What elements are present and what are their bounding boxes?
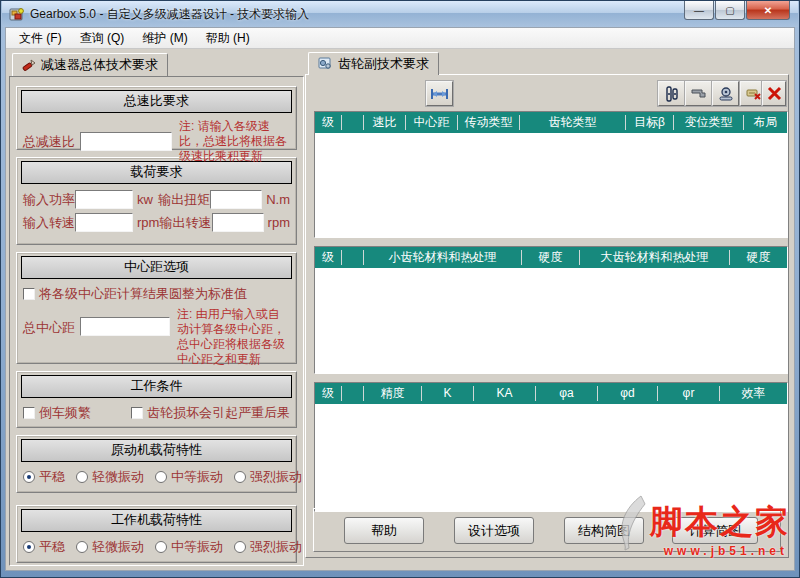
- motor-light-vibration-radio[interactable]: [76, 471, 88, 483]
- col-center-distance: 中心距: [405, 115, 457, 130]
- menu-bar: 文件 (F) 查询 (Q) 维护 (M) 帮助 (H): [6, 28, 794, 49]
- motor-steady-radio[interactable]: [23, 471, 35, 483]
- input-power-input[interactable]: [75, 190, 133, 209]
- col-phi-r: φr: [657, 386, 719, 401]
- machine-strong-vibration-radio[interactable]: [234, 541, 246, 553]
- precision-table-header: 级 精度 K KA φa φd φr 效率: [315, 383, 787, 404]
- output-torque-unit: N.m: [266, 192, 290, 207]
- group-motor-load: 原动机载荷特性 平稳 轻微振动 中等振动 强烈振动: [16, 435, 297, 493]
- tab-gear-pair[interactable]: 齿轮副技术要求: [308, 52, 439, 75]
- output-speed-input[interactable]: [212, 213, 264, 232]
- cylindrical-gear-pair-icon: [664, 86, 680, 102]
- stage-ratio-table[interactable]: 级 速比 中心距 传动类型 齿轮类型 目标β 变位类型 布局: [314, 111, 788, 238]
- total-center-distance-note: 注: 由用户输入或自动计算各级中心距，总中心距将根据各级中心距之和更新: [177, 307, 290, 367]
- app-icon: [9, 6, 25, 22]
- group-total-ratio-title: 总速比要求: [21, 90, 292, 113]
- col-selector: [341, 250, 363, 265]
- group-work-condition: 工作条件 倒车频繁 齿轮损坏会引起严重后果: [16, 371, 297, 428]
- frequent-reverse-label: 倒车频繁: [39, 404, 131, 422]
- group-machine-load: 工作机载荷特性 平稳 轻微振动 中等振动 强烈振动: [16, 505, 297, 563]
- material-table[interactable]: 级 小齿轮材料和热处理 硬度 大齿轮材料和热处理 硬度: [314, 246, 788, 374]
- precision-table-body[interactable]: [315, 404, 787, 511]
- stage-ratio-table-header: 级 速比 中心距 传动类型 齿轮类型 目标β 变位类型 布局: [315, 112, 787, 133]
- group-total-ratio: 总速比要求 总减速比 注: 请输入各级速比，总速比将根据各级速比乘积更新: [16, 86, 297, 150]
- total-center-distance-label: 总中心距: [23, 319, 75, 337]
- total-ratio-input[interactable]: [80, 132, 172, 151]
- motor-light-vibration-label: 轻微振动: [92, 468, 144, 486]
- machine-medium-vibration-radio[interactable]: [155, 541, 167, 553]
- total-center-distance-input[interactable]: [80, 317, 170, 336]
- motor-steady-label: 平稳: [39, 468, 65, 486]
- col-selector: [341, 386, 363, 401]
- help-button[interactable]: 帮助: [344, 517, 424, 544]
- col-wheel-material: 大齿轮材料和热处理: [579, 250, 729, 265]
- material-table-body[interactable]: [315, 268, 787, 373]
- menu-maintain[interactable]: 维护 (M): [133, 28, 196, 49]
- title-bar[interactable]: Gearbox 5.0 - 自定义多级减速器设计 - 技术要求输入 — ▢ ✕: [2, 1, 798, 27]
- machine-light-vibration-label: 轻微振动: [92, 538, 144, 556]
- col-pinion-hardness: 硬度: [521, 250, 579, 265]
- motor-medium-vibration-label: 中等振动: [171, 468, 223, 486]
- motor-medium-vibration-radio[interactable]: [155, 471, 167, 483]
- menu-file[interactable]: 文件 (F): [10, 28, 71, 49]
- tab-reducer-overall-label: 减速器总体技术要求: [41, 56, 158, 74]
- bevel-gear-pair-button[interactable]: [685, 81, 712, 106]
- client-area: 文件 (F) 查询 (Q) 维护 (M) 帮助 (H) 减速器总体技术要求: [5, 27, 795, 571]
- output-speed-label: 输出转速: [160, 214, 212, 232]
- content-area: 减速器总体技术要求 总速比要求 总减速比 注: 请输入各级速比，总速比将根据各级…: [6, 50, 794, 570]
- output-torque-label: 输出扭矩: [158, 191, 210, 209]
- cylindrical-gear-pair-button[interactable]: [658, 81, 685, 106]
- col-gear-type: 齿轮类型: [519, 115, 625, 130]
- motor-strong-vibration-radio[interactable]: [234, 471, 246, 483]
- group-center-distance: 中心距选项 将各级中心距计算结果圆整为标准值 总中心距 注: 由用户输入或自动计…: [16, 252, 297, 364]
- group-work-condition-title: 工作条件: [21, 375, 292, 398]
- app-window: Gearbox 5.0 - 自定义多级减速器设计 - 技术要求输入 — ▢ ✕ …: [0, 0, 800, 578]
- col-shift-type: 变位类型: [673, 115, 743, 130]
- motor-strong-vibration-label: 强烈振动: [250, 468, 302, 486]
- delete-all-icon: [767, 86, 782, 101]
- output-torque-input[interactable]: [210, 190, 262, 209]
- col-drive-type: 传动类型: [457, 115, 519, 130]
- calculation-diagram-button[interactable]: 计算简图: [672, 517, 758, 544]
- round-center-distance-checkbox[interactable]: [23, 288, 35, 300]
- input-speed-input[interactable]: [75, 213, 133, 232]
- gear-pair-panel: 级 速比 中心距 传动类型 齿轮类型 目标β 变位类型 布局: [305, 74, 789, 558]
- total-ratio-label: 总减速比: [23, 133, 75, 151]
- close-button[interactable]: ✕: [746, 1, 790, 20]
- input-speed-label: 输入转速: [23, 214, 75, 232]
- worm-gear-pair-button[interactable]: [712, 81, 739, 106]
- design-options-button[interactable]: 设计选项: [454, 517, 534, 544]
- frequent-reverse-checkbox[interactable]: [23, 407, 35, 419]
- worm-gear-pair-icon: [718, 86, 734, 102]
- precision-table[interactable]: 级 精度 K KA φa φd φr 效率: [314, 382, 788, 512]
- gear-pair-tab-icon: [318, 57, 333, 71]
- machine-steady-radio[interactable]: [23, 541, 35, 553]
- col-phi-a: φa: [535, 386, 597, 401]
- minimize-button[interactable]: —: [684, 1, 714, 20]
- col-precision: 精度: [363, 386, 421, 401]
- input-power-unit: kw: [137, 192, 158, 207]
- center-distance-button[interactable]: [426, 81, 453, 106]
- group-motor-load-title: 原动机载荷特性: [21, 439, 292, 462]
- maximize-button[interactable]: ▢: [715, 1, 745, 20]
- window-title: Gearbox 5.0 - 自定义多级减速器设计 - 技术要求输入: [30, 6, 309, 23]
- menu-query[interactable]: 查询 (Q): [71, 28, 134, 49]
- gear-damage-checkbox[interactable]: [131, 407, 143, 419]
- delete-stage-icon: [746, 87, 762, 101]
- tab-reducer-overall[interactable]: 减速器总体技术要求: [12, 53, 168, 76]
- col-phi-d: φd: [597, 386, 657, 401]
- col-k: K: [421, 386, 473, 401]
- output-speed-unit: rpm: [268, 215, 290, 230]
- col-efficiency: 效率: [719, 386, 787, 401]
- col-stage: 级: [315, 115, 341, 130]
- structure-diagram-button[interactable]: 结构简图: [564, 517, 644, 544]
- machine-medium-vibration-label: 中等振动: [171, 538, 223, 556]
- delete-all-button[interactable]: [762, 81, 786, 106]
- col-ratio: 速比: [363, 115, 405, 130]
- col-stage: 级: [315, 386, 341, 401]
- stage-ratio-table-body[interactable]: [315, 133, 787, 237]
- gear-damage-label: 齿轮损坏会引起严重后果: [147, 404, 290, 422]
- red-pen-icon: [22, 58, 36, 72]
- menu-help[interactable]: 帮助 (H): [197, 28, 259, 49]
- machine-light-vibration-radio[interactable]: [76, 541, 88, 553]
